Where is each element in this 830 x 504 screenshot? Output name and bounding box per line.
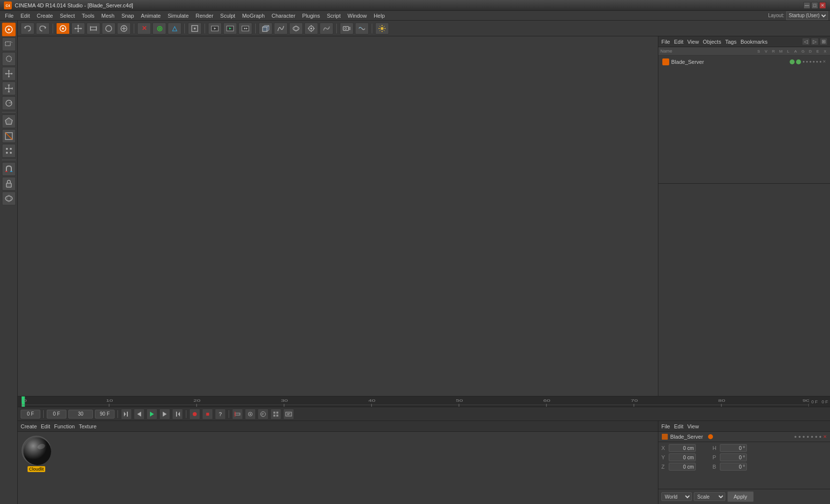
select-tool-btn[interactable] — [56, 23, 70, 34]
magnet-btn[interactable] — [2, 162, 16, 176]
anim-mode-3[interactable]: P — [258, 409, 268, 420]
maximize-button[interactable]: □ — [811, 2, 818, 9]
om-file[interactable]: File — [661, 39, 670, 45]
scale-tool-btn[interactable] — [2, 82, 16, 95]
anim-mode-5[interactable] — [283, 409, 294, 420]
menu-help[interactable]: Help — [371, 12, 388, 20]
menu-snap[interactable]: Snap — [119, 12, 137, 20]
light-btn[interactable] — [375, 23, 389, 34]
mat-edit[interactable]: Edit — [41, 423, 50, 429]
prev-frame-btn[interactable] — [134, 409, 145, 420]
nurbs-btn[interactable] — [289, 23, 303, 34]
menu-file[interactable]: File — [2, 12, 17, 20]
attr-b-input[interactable] — [720, 463, 747, 471]
help-btn[interactable]: ? — [215, 409, 226, 420]
attr-edit[interactable]: Edit — [674, 423, 683, 429]
menu-animate[interactable]: Animate — [138, 12, 164, 20]
camera-btn[interactable] — [340, 23, 354, 34]
attr-file[interactable]: File — [661, 423, 670, 429]
om-layout-left[interactable]: ◁ — [802, 38, 809, 45]
mat-function[interactable]: Function — [54, 423, 75, 429]
menu-script[interactable]: Script — [324, 12, 344, 20]
attr-h-input[interactable] — [720, 444, 747, 452]
render-view-btn[interactable] — [223, 23, 237, 34]
menu-character[interactable]: Character — [268, 12, 298, 20]
lasso-selection-btn[interactable] — [2, 52, 16, 66]
menu-create[interactable]: Create — [34, 12, 56, 20]
layout-select[interactable]: Startup (User) — [786, 11, 828, 20]
cube-btn[interactable] — [259, 23, 272, 34]
lock-btn[interactable] — [2, 177, 16, 191]
om-layout-right[interactable]: ▷ — [811, 38, 818, 45]
obj-visible-btn[interactable] — [790, 59, 795, 64]
minimize-button[interactable]: — — [803, 2, 810, 9]
om-edit[interactable]: Edit — [674, 39, 683, 45]
rotate-tool-top-btn[interactable] — [102, 23, 116, 34]
render-region-btn[interactable] — [208, 23, 222, 34]
frame-end-input[interactable] — [95, 410, 115, 419]
undo-btn[interactable] — [21, 23, 34, 34]
obj-render-btn[interactable] — [796, 59, 801, 64]
rectangle-selection-btn[interactable] — [2, 37, 16, 51]
live-selection-btn[interactable] — [2, 23, 16, 36]
anim-mode-2[interactable] — [245, 409, 256, 420]
attr-z-input[interactable] — [669, 463, 696, 471]
attr-p-input[interactable] — [720, 453, 747, 461]
coord-system-select[interactable]: World Object Camera — [661, 492, 692, 501]
menu-sculpt[interactable]: Sculpt — [217, 12, 238, 20]
anim-mode-4[interactable] — [270, 409, 281, 420]
rotate-tool-btn[interactable] — [2, 96, 16, 110]
mat-create[interactable]: Create — [21, 423, 37, 429]
mat-texture[interactable]: Texture — [79, 423, 96, 429]
om-layout-grid[interactable]: ⊞ — [820, 38, 827, 45]
menu-window[interactable]: Window — [345, 12, 370, 20]
apply-button[interactable]: Apply — [727, 491, 754, 502]
attr-x-input[interactable] — [669, 444, 696, 452]
move-tool-top-btn[interactable] — [71, 23, 85, 34]
next-frame-btn[interactable] — [159, 409, 170, 420]
edge-mode-btn[interactable] — [2, 129, 16, 143]
move-tool-btn[interactable] — [2, 67, 16, 81]
menu-mograph[interactable]: MoGraph — [239, 12, 267, 20]
menu-tools[interactable]: Tools — [79, 12, 97, 20]
timeline[interactable]: 0 10 20 30 40 50 60 70 — [18, 396, 830, 407]
menu-edit[interactable]: Edit — [18, 12, 33, 20]
deformer-btn[interactable] — [320, 23, 333, 34]
om-bookmarks[interactable]: Bookmarks — [741, 39, 768, 45]
om-tags[interactable]: Tags — [725, 39, 737, 45]
object-axis-btn[interactable] — [188, 23, 202, 34]
z-axis-btn[interactable]: △ — [168, 23, 181, 34]
menu-mesh[interactable]: Mesh — [98, 12, 118, 20]
record-btn[interactable] — [189, 409, 200, 420]
frame-start-input[interactable] — [47, 410, 66, 419]
menu-plugins[interactable]: Plugins — [299, 12, 323, 20]
point-mode-btn[interactable] — [2, 144, 16, 158]
spline-btn[interactable] — [274, 23, 288, 34]
menu-simulate[interactable]: Simulate — [165, 12, 192, 20]
om-view[interactable]: View — [687, 39, 699, 45]
transform-type-select[interactable]: Scale Position Rotation — [694, 492, 725, 501]
object-row-blade-server[interactable]: Blade_Server ● ● ● ● ● ● — [660, 57, 828, 66]
om-objects[interactable]: Objects — [703, 39, 721, 45]
timeline-track[interactable]: 0 10 20 30 40 50 60 70 — [22, 396, 809, 407]
menu-render[interactable]: Render — [193, 12, 216, 20]
menu-select[interactable]: Select — [57, 12, 78, 20]
generator-btn[interactable] — [304, 23, 318, 34]
play-btn[interactable] — [147, 409, 157, 420]
attr-view[interactable]: View — [687, 423, 699, 429]
material-cloudlit[interactable]: Cloudlit — [22, 436, 51, 472]
add-tool-btn[interactable] — [117, 23, 131, 34]
close-button[interactable]: ✕ — [819, 2, 826, 9]
x-axis-btn[interactable]: ✕ — [137, 23, 151, 34]
stereo-btn[interactable] — [355, 23, 369, 34]
attr-y-input[interactable] — [669, 453, 696, 461]
frame-current-input[interactable] — [21, 410, 40, 419]
stop-btn[interactable]: ■ — [202, 409, 213, 420]
morph-btn[interactable] — [2, 192, 16, 205]
redo-btn[interactable] — [36, 23, 50, 34]
polygon-mode-btn[interactable] — [2, 114, 16, 128]
scale-tool-top-btn[interactable] — [87, 23, 100, 34]
goto-start-btn[interactable] — [121, 409, 132, 420]
anim-mode-1[interactable] — [232, 409, 243, 420]
render-queue-btn[interactable] — [238, 23, 252, 34]
